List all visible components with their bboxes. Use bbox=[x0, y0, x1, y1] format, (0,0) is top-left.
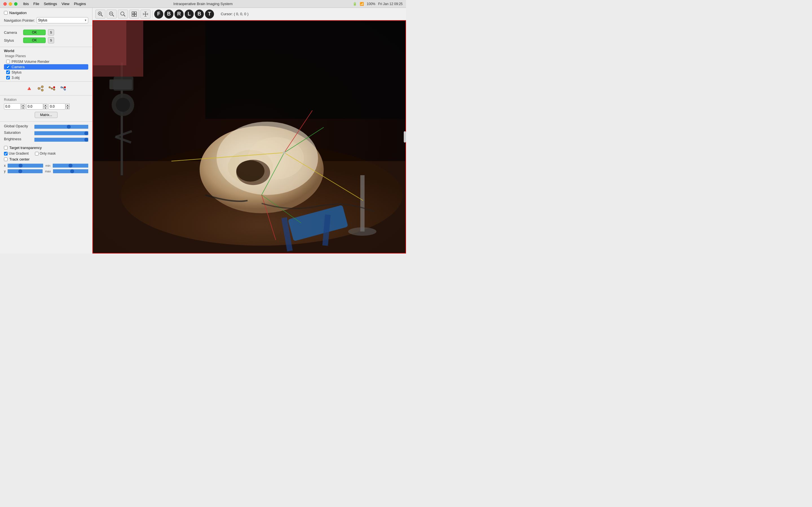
svg-point-6 bbox=[51, 88, 53, 89]
camera-label: Camera bbox=[4, 31, 21, 35]
traffic-lights[interactable] bbox=[3, 2, 17, 6]
stylus-tree-label: Stylus bbox=[11, 70, 21, 74]
crosshair-button[interactable] bbox=[140, 10, 151, 18]
obj-tree-checkbox[interactable] bbox=[6, 76, 10, 79]
prism-label: PRISM Volume Render bbox=[11, 59, 49, 64]
toolbar-t-button[interactable]: T bbox=[205, 10, 214, 18]
camera-ok-button[interactable]: OK bbox=[23, 30, 46, 35]
target-transparency-label: Target transparency bbox=[9, 146, 42, 150]
svg-point-11 bbox=[61, 87, 62, 88]
global-opacity-label: Global Opacity bbox=[4, 124, 32, 128]
use-gradient-checkbox[interactable] bbox=[4, 152, 8, 156]
global-opacity-slider[interactable] bbox=[35, 126, 88, 127]
x-right-slider[interactable] bbox=[53, 165, 88, 166]
rotation-z-input[interactable]: 0.0 bbox=[49, 103, 65, 110]
minimize-button[interactable] bbox=[9, 2, 12, 6]
toolbar-l-button[interactable]: L bbox=[185, 10, 194, 18]
rotation-section: Rotation 0.0 ▲ ▼ 0.0 ▲ ▼ 0 bbox=[0, 96, 92, 122]
target-transparency-checkbox[interactable] bbox=[4, 146, 8, 150]
camera-s-button[interactable]: S bbox=[48, 29, 54, 36]
gradient-row: Use Gradient Only mask bbox=[4, 152, 88, 156]
world-section: World Image Planes PRISM Volume Render C… bbox=[0, 47, 92, 81]
menu-settings[interactable]: Settings bbox=[44, 2, 57, 6]
rotation-z-up[interactable]: ▲ bbox=[66, 104, 70, 107]
toolbar-b-button[interactable]: B bbox=[164, 10, 173, 18]
cone-tool[interactable]: 🔺 bbox=[25, 84, 34, 93]
brightness-slider[interactable] bbox=[35, 139, 88, 140]
brightness-slider-wrap bbox=[35, 137, 88, 141]
svg-rect-27 bbox=[132, 14, 134, 16]
settings-tool[interactable] bbox=[59, 84, 68, 93]
svg-rect-47 bbox=[93, 20, 126, 65]
y-left-slider[interactable] bbox=[8, 171, 43, 172]
nodes-tool[interactable] bbox=[36, 84, 45, 93]
zoom-fit-button[interactable] bbox=[118, 10, 128, 18]
prism-checkbox[interactable] bbox=[6, 60, 10, 63]
svg-point-1 bbox=[41, 86, 43, 88]
svg-line-21 bbox=[112, 15, 114, 16]
rotation-inputs: 0.0 ▲ ▼ 0.0 ▲ ▼ 0.0 ▲ bbox=[4, 103, 88, 110]
use-gradient-label: Use Gradient bbox=[4, 152, 29, 156]
svg-point-2 bbox=[41, 89, 43, 91]
track-center-label: Track center bbox=[9, 157, 30, 161]
nav-pointer-label: Navigation Pointer: bbox=[4, 18, 35, 22]
zoom-in-button[interactable] bbox=[95, 10, 105, 18]
toolbar: F B R L B T Cursor: ( 0, 0, 0 ) bbox=[93, 8, 406, 20]
tree-item-obj[interactable]: 3.obj bbox=[4, 75, 88, 80]
svg-line-3 bbox=[40, 87, 41, 89]
rotation-y-down[interactable]: ▼ bbox=[43, 107, 47, 109]
obj-tree-label: 3.obj bbox=[11, 75, 19, 80]
chain-tool[interactable] bbox=[47, 84, 56, 93]
navigation-checkbox[interactable] bbox=[4, 11, 8, 15]
global-opacity-slider-wrap bbox=[35, 124, 88, 128]
toolbar-f-button[interactable]: F bbox=[154, 10, 163, 18]
battery-percent: 100% bbox=[367, 2, 375, 6]
title-bar: Ibis File Settings View Plugins Intraope… bbox=[0, 0, 406, 8]
only-mask-label: Only mask bbox=[35, 152, 56, 156]
use-gradient-text: Use Gradient bbox=[9, 152, 29, 156]
saturation-slider[interactable] bbox=[35, 133, 88, 134]
left-panel: Navigation Navigation Pointer: Stylus Ca… bbox=[0, 8, 93, 253]
grid-button[interactable] bbox=[129, 10, 139, 18]
tree-item-stylus[interactable]: Stylus bbox=[4, 69, 88, 75]
cursor-label: Cursor: bbox=[221, 12, 233, 16]
matrix-button[interactable]: Matrix... bbox=[35, 112, 57, 118]
rotation-y-up[interactable]: ▲ bbox=[43, 104, 47, 107]
stylus-tree-checkbox[interactable] bbox=[6, 70, 10, 74]
rotation-z-arrows: ▲ ▼ bbox=[66, 104, 70, 109]
rotation-x-down[interactable]: ▼ bbox=[21, 107, 25, 109]
maximize-button[interactable] bbox=[14, 2, 17, 6]
x-slider-row: x min bbox=[4, 164, 88, 168]
zoom-out-button[interactable] bbox=[107, 10, 117, 18]
right-panel: F B R L B T Cursor: ( 0, 0, 0 ) bbox=[93, 8, 406, 253]
x-left-slider[interactable] bbox=[8, 165, 43, 166]
menu-view[interactable]: View bbox=[61, 2, 69, 6]
menu-plugins[interactable]: Plugins bbox=[74, 2, 86, 6]
toolbar-r-button[interactable]: R bbox=[174, 10, 184, 18]
panel-resize-handle[interactable] bbox=[404, 131, 406, 143]
stylus-s-button[interactable]: S bbox=[48, 37, 54, 43]
camera-tree-checkbox[interactable] bbox=[6, 65, 10, 69]
rotation-z-down[interactable]: ▼ bbox=[66, 107, 70, 109]
tree-item-camera[interactable]: Camera bbox=[4, 64, 88, 69]
rotation-y-arrows: ▲ ▼ bbox=[43, 104, 47, 109]
menu-bar: Ibis File Settings View Plugins bbox=[23, 2, 86, 6]
track-center-row: Track center bbox=[4, 157, 88, 161]
y-label: y bbox=[4, 169, 6, 173]
toolbar-b2-button[interactable]: B bbox=[195, 10, 204, 18]
rotation-x-input[interactable]: 0.0 bbox=[4, 103, 21, 110]
nav-pointer-select[interactable]: Stylus Camera Other bbox=[37, 17, 88, 23]
menu-ibis[interactable]: Ibis bbox=[23, 2, 29, 6]
stylus-ok-button[interactable]: OK bbox=[23, 38, 46, 43]
track-center-checkbox[interactable] bbox=[4, 158, 8, 161]
main-layout: Navigation Navigation Pointer: Stylus Ca… bbox=[0, 8, 406, 253]
close-button[interactable] bbox=[3, 2, 7, 6]
target-transparency-row: Target transparency bbox=[4, 146, 88, 150]
tree-item-prism[interactable]: PRISM Volume Render bbox=[4, 59, 88, 64]
menu-file[interactable]: File bbox=[33, 2, 39, 6]
rotation-y-input[interactable]: 0.0 bbox=[26, 103, 43, 110]
only-mask-checkbox[interactable] bbox=[35, 152, 39, 156]
viewport[interactable] bbox=[93, 20, 406, 253]
rotation-x-up[interactable]: ▲ bbox=[21, 104, 25, 107]
y-right-slider[interactable] bbox=[53, 171, 88, 172]
